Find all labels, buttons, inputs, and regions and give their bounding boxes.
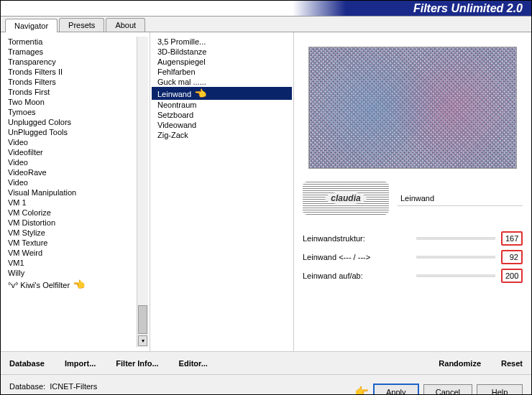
- category-item[interactable]: VM Colorize: [2, 208, 137, 218]
- filter-item[interactable]: 3D-Bildstanze: [152, 47, 292, 57]
- param-label: Leinwand <--- / --->: [303, 253, 411, 261]
- category-item[interactable]: VideoRave: [2, 167, 137, 177]
- scroll-down-icon[interactable]: ▾: [138, 335, 147, 346]
- param-row: Leinwand <--- / --->92: [303, 248, 523, 266]
- category-item[interactable]: Visual Manipulation: [2, 187, 137, 198]
- param-label: Leinwandstruktur:: [303, 234, 411, 243]
- pointing-hand-icon: 👉: [354, 385, 369, 395]
- category-item[interactable]: Unplugged Colors: [2, 117, 137, 127]
- category-item[interactable]: Tronds Filters II: [2, 67, 137, 77]
- param-value[interactable]: 167: [501, 231, 523, 246]
- status-info: Database: ICNET-Filters Filters: 4255: [9, 381, 354, 396]
- tab-strip: Navigator Presets About: [1, 17, 531, 32]
- category-item[interactable]: Transparency: [2, 57, 137, 67]
- db-value: ICNET-Filters: [50, 382, 97, 391]
- import-button[interactable]: Import...: [65, 359, 96, 368]
- param-row: Leinwandstruktur:167: [303, 229, 523, 248]
- category-item[interactable]: VM1: [2, 258, 137, 268]
- tab-presets[interactable]: Presets: [59, 18, 104, 32]
- category-item[interactable]: Willy: [2, 268, 137, 278]
- app-title: Filters Unlimited 2.0: [413, 2, 523, 15]
- param-row: Leinwand auf/ab:200: [303, 266, 523, 285]
- category-item[interactable]: UnPlugged Tools: [2, 127, 137, 137]
- param-slider[interactable]: [416, 256, 495, 259]
- filter-info-button[interactable]: Filter Info...: [116, 359, 158, 368]
- category-item[interactable]: Video: [2, 177, 137, 187]
- filter-column: 3,5 Promille...3D-BildstanzeAugenspiegel…: [150, 32, 294, 351]
- filter-item[interactable]: Neontraum: [152, 100, 292, 110]
- category-item[interactable]: Tronds Filters: [2, 77, 137, 87]
- category-item[interactable]: VM Texture: [2, 238, 137, 248]
- category-scrollbar[interactable]: ▾: [137, 37, 148, 347]
- cancel-button[interactable]: Cancel: [423, 384, 472, 396]
- apply-button[interactable]: Apply: [373, 384, 419, 396]
- filter-item[interactable]: Augenspiegel: [152, 57, 292, 67]
- toolbar: Database Import... Filter Info... Editor…: [1, 351, 531, 374]
- scrollbar-thumb[interactable]: [138, 305, 147, 334]
- filters-count-value: 4255: [48, 393, 65, 396]
- param-label: Leinwand auf/ab:: [303, 271, 411, 280]
- preview-image: [308, 47, 517, 169]
- category-column: TormentiaTramagesTransparencyTronds Filt…: [1, 32, 150, 351]
- category-item[interactable]: Tormentia: [2, 37, 137, 47]
- randomize-button[interactable]: Randomize: [439, 359, 481, 368]
- category-item[interactable]: Two Moon: [2, 97, 137, 107]
- filter-item[interactable]: Guck mal ......: [152, 77, 292, 87]
- filter-item[interactable]: Fehlfarben: [152, 67, 292, 77]
- parameter-panel: Leinwandstruktur:167Leinwand <--- / --->…: [303, 229, 523, 285]
- pointing-hand-icon: 👈: [194, 88, 206, 99]
- db-label: Database:: [9, 382, 45, 391]
- filter-item[interactable]: Leinwand👈: [152, 87, 292, 100]
- pointing-hand-icon: 👈: [73, 279, 85, 290]
- category-item[interactable]: Video: [2, 137, 137, 147]
- main-panel: TormentiaTramagesTransparencyTronds Filt…: [1, 32, 531, 351]
- param-value[interactable]: 92: [501, 250, 523, 264]
- filter-item[interactable]: Videowand: [152, 120, 292, 130]
- filter-item[interactable]: Zig-Zack: [152, 130, 292, 140]
- category-item[interactable]: Videofilter: [2, 147, 137, 157]
- database-button[interactable]: Database: [9, 359, 45, 368]
- category-item[interactable]: VM Stylize: [2, 228, 137, 238]
- help-button[interactable]: Help: [477, 384, 523, 396]
- filter-name-label: Leinwand: [398, 191, 523, 206]
- editor-button[interactable]: Editor...: [179, 359, 208, 368]
- param-slider[interactable]: [416, 274, 495, 277]
- tab-about[interactable]: About: [106, 18, 145, 32]
- filter-item[interactable]: 3,5 Promille...: [152, 37, 292, 47]
- filter-item[interactable]: Setzboard: [152, 110, 292, 120]
- tab-navigator[interactable]: Navigator: [5, 19, 58, 32]
- category-item[interactable]: Tronds First: [2, 87, 137, 97]
- watermark-badge: [303, 182, 389, 215]
- param-slider[interactable]: [416, 237, 495, 240]
- category-item[interactable]: VM 1: [2, 198, 137, 208]
- title-bar: Filters Unlimited 2.0: [1, 1, 531, 17]
- preview-column: Leinwand Leinwandstruktur:167Leinwand <-…: [294, 32, 531, 351]
- category-item[interactable]: VM Weird: [2, 248, 137, 258]
- category-item[interactable]: Video: [2, 157, 137, 167]
- filters-count-label: Filters:: [9, 393, 33, 396]
- param-value[interactable]: 200: [501, 269, 523, 283]
- reset-button[interactable]: Reset: [501, 359, 523, 368]
- category-item[interactable]: °v° Kiwi's Oelfilter👈: [2, 278, 137, 291]
- category-item[interactable]: Tymoes: [2, 107, 137, 117]
- footer: Database: ICNET-Filters Filters: 4255 👉 …: [1, 374, 531, 395]
- category-item[interactable]: VM Distortion: [2, 218, 137, 228]
- category-item[interactable]: Tramages: [2, 47, 137, 57]
